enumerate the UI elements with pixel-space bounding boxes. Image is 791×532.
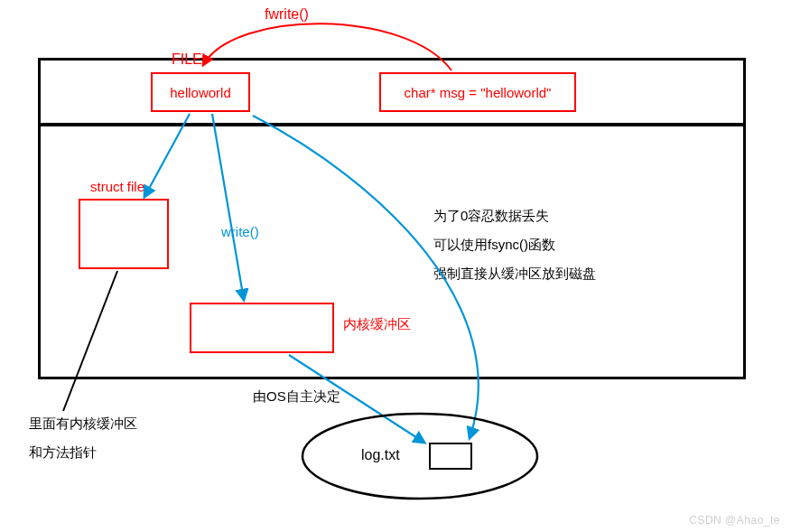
disk-ellipse [302,414,537,499]
file-buffer-box: helloworld [151,72,250,112]
fwrite-label: fwrite() [265,5,309,23]
struct-note-line1: 里面有内核缓冲区 [29,415,137,432]
write-label: write() [221,224,259,240]
fsync-note-line2: 可以使用fsync()函数 [433,237,555,253]
os-decide-label: 由OS自主决定 [253,388,340,405]
struct-note-line2: 和方法指针 [29,444,97,461]
fsync-note-line3: 强制直接从缓冲区放到磁盘 [433,266,596,282]
file-buffer-text: helloworld [170,85,231,100]
msg-variable-box: char* msg = "helloworld" [379,72,576,112]
kernel-buffer-label: 内核缓冲区 [343,316,411,332]
diagram-stage: fwrite() FILE helloworld char* msg = "he… [0,0,791,532]
msg-variable-text: char* msg = "helloworld" [405,85,552,100]
struct-file-label: struct file [90,179,144,195]
disk-file-rect [429,443,472,470]
disk-file-label: log.txt [361,446,400,463]
fsync-note-line1: 为了0容忍数据丢失 [433,208,549,224]
struct-file-box [79,199,169,269]
watermark: CSDN @Ahao_te [689,514,780,527]
kernel-buffer-box [190,303,334,353]
file-type-label: FILE [172,51,202,68]
